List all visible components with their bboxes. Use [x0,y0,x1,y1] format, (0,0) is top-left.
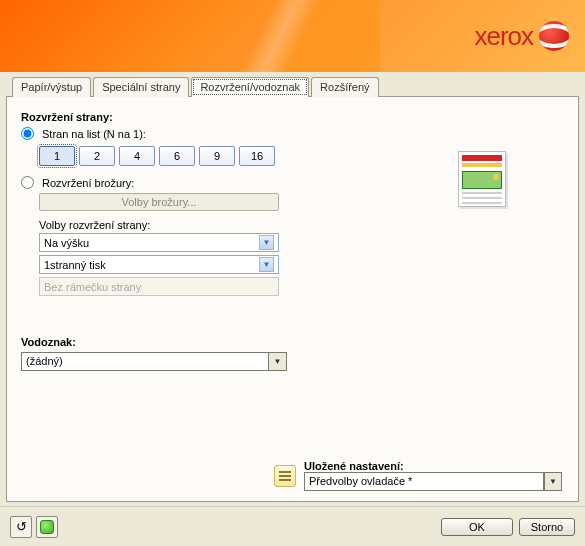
radio-pages-per-sheet-input[interactable] [21,127,34,140]
booklet-options-button: Volby brožury... [39,193,279,211]
radio-pages-per-sheet-label: Stran na list (N na 1): [42,128,146,140]
ok-button[interactable]: OK [441,518,513,536]
sided-select[interactable]: 1stranný tisk ▼ [39,255,279,274]
chevron-down-icon: ▼ [259,257,274,272]
nup-6[interactable]: 6 [159,146,195,166]
undo-icon: ↻ [16,520,27,533]
saved-settings-icon [274,465,296,487]
chevron-down-icon[interactable]: ▼ [544,472,562,491]
page-layout-options-label: Volby rozvržení strany: [39,219,564,231]
chevron-down-icon[interactable]: ▼ [269,352,287,371]
sided-value: 1stranný tisk [44,259,106,271]
footer-bar: ↻ OK Storno [0,506,585,546]
watermark-select[interactable]: (žádný) ▼ [21,352,287,371]
eco-button[interactable] [36,516,58,538]
tabstrip: Papír/výstup Speciální strany Rozvržení/… [6,76,579,96]
radio-pages-per-sheet[interactable]: Stran na list (N na 1): [21,127,564,140]
nup-9[interactable]: 9 [199,146,235,166]
tab-paper-output[interactable]: Papír/výstup [12,77,91,97]
chevron-down-icon: ▼ [259,235,274,250]
eco-icon [40,520,54,534]
page-layout-title: Rozvržení strany: [21,111,564,123]
saved-settings-label: Uložené nastavení: [304,460,562,472]
nup-16[interactable]: 16 [239,146,275,166]
tab-panel: Rozvržení strany: Stran na list (N na 1)… [6,96,579,502]
nup-2[interactable]: 2 [79,146,115,166]
tab-advanced[interactable]: Rozšířený [311,77,379,97]
layout-preview-icon [458,151,506,207]
orientation-value: Na výšku [44,237,89,249]
radio-booklet-input[interactable] [21,176,34,189]
nup-1[interactable]: 1 [39,146,75,166]
dialog-content: Papír/výstup Speciální strany Rozvržení/… [6,76,579,502]
radio-booklet-label: Rozvržení brožury: [42,177,134,189]
brand-logo-text: xerox [474,21,533,52]
tab-layout-watermark[interactable]: Rozvržení/vodoznak [191,77,309,97]
tab-special-pages[interactable]: Speciální strany [93,77,189,97]
cancel-button[interactable]: Storno [519,518,575,536]
nup-4[interactable]: 4 [119,146,155,166]
brand-logo-icon [539,21,569,51]
page-border-select: Bez rámečku strany [39,277,279,296]
page-border-value: Bez rámečku strany [44,281,141,293]
header-banner: xerox [0,0,585,72]
orientation-select[interactable]: Na výšku ▼ [39,233,279,252]
watermark-title: Vodoznak: [21,336,564,348]
watermark-value: (žádný) [21,352,269,371]
reset-button[interactable]: ↻ [10,516,32,538]
saved-settings-select[interactable]: Předvolby ovladače * [304,472,544,491]
